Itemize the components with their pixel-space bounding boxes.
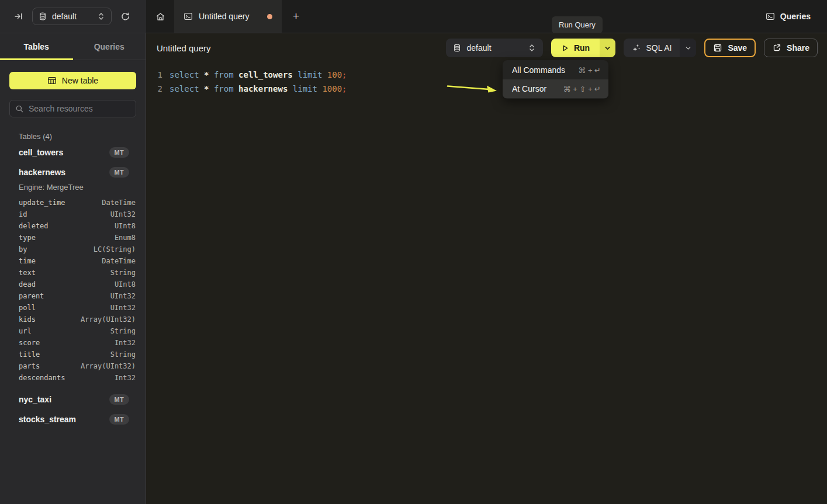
play-icon (560, 44, 569, 53)
new-table-label: New table (62, 76, 98, 85)
query-title: Untitled query (157, 43, 211, 53)
column-row[interactable]: by LC(String) (9, 244, 136, 255)
column-name: id (19, 208, 27, 220)
collapse-sidebar-icon (14, 12, 23, 21)
run-options-button[interactable] (600, 39, 615, 57)
run-split-button: Run (551, 39, 615, 57)
tab-strip-spacer (310, 0, 766, 33)
column-row[interactable]: parent UInt32 (9, 290, 136, 302)
column-row[interactable]: deleted UInt8 (9, 220, 136, 232)
table-row-hackernews[interactable]: hackernews MT (9, 162, 136, 182)
tab-home[interactable] (146, 0, 174, 33)
column-type: Int32 (115, 372, 136, 384)
run-menu-item-shortcut: ⌘ + ↵ (578, 66, 601, 75)
top-bar-left: default (0, 0, 146, 33)
chevron-down-icon (684, 44, 692, 52)
table-row-nyc-taxi[interactable]: nyc_taxi MT (9, 390, 136, 409)
column-row[interactable]: title String (9, 349, 136, 360)
search-resources-input[interactable] (29, 104, 134, 113)
save-button[interactable]: Save (704, 39, 756, 57)
column-row[interactable]: dead UInt8 (9, 279, 136, 290)
new-tab-button[interactable]: + (282, 0, 310, 33)
engine-badge: MT (109, 147, 129, 158)
column-name: url (19, 325, 32, 337)
column-type: Int32 (115, 337, 136, 349)
column-row[interactable]: time DateTime (9, 255, 136, 267)
sidebar-tab-queries[interactable]: Queries (73, 33, 146, 60)
column-row[interactable]: kids Array(UInt32) (9, 314, 136, 325)
refresh-button[interactable] (120, 12, 130, 22)
column-name: kids (19, 314, 36, 325)
column-row[interactable]: update_time DateTime (9, 197, 136, 208)
database-icon (453, 44, 461, 52)
column-name: descendants (19, 372, 65, 384)
sql-ai-button[interactable]: SQL AI (624, 39, 680, 57)
sidebar-content: New table Tables (4) cell_towers MT (0, 60, 146, 504)
column-type: UInt8 (115, 279, 136, 290)
database-selector-toolbar[interactable]: default (446, 39, 543, 57)
sidebar-tabs: Tables Queries (0, 33, 146, 60)
sql-console-window: default (0, 0, 827, 504)
run-button-label: Run (574, 43, 590, 53)
run-button[interactable]: Run (551, 39, 600, 57)
editor-code: select * from cell_towers limit 100;sele… (162, 68, 347, 504)
table-row-cell-towers[interactable]: cell_towers MT (9, 142, 136, 162)
column-name: by (19, 244, 27, 255)
run-menu-item[interactable]: At Cursor ⌘ + ⇧ + ↵ (503, 79, 608, 98)
column-type: UInt32 (110, 290, 136, 302)
tab-title: Untitled query (199, 12, 249, 21)
column-type: DateTime (102, 197, 136, 208)
tables-section-title: Tables (4) (19, 132, 136, 141)
save-button-label: Save (728, 43, 747, 53)
engine-badge: MT (109, 414, 129, 425)
column-row[interactable]: type Enum8 (9, 232, 136, 244)
column-type: Array(UInt32) (81, 360, 136, 372)
table-grid-icon (47, 76, 57, 85)
database-selector-top[interactable]: default (32, 8, 112, 25)
sql-editor[interactable]: 12 select * from cell_towers limit 100;s… (146, 62, 827, 504)
sql-ai-label: SQL AI (646, 43, 672, 53)
column-row[interactable]: id UInt32 (9, 208, 136, 220)
column-row[interactable]: poll UInt32 (9, 302, 136, 314)
table-row-stocks-stream[interactable]: stocks_stream MT (9, 409, 136, 429)
refresh-icon (120, 12, 130, 22)
sidebar: Tables Queries New table (0, 33, 146, 504)
share-button[interactable]: Share (764, 39, 818, 57)
share-icon (772, 43, 781, 53)
run-options-menu: All Commands ⌘ + ↵ At Cursor ⌘ + ⇧ + ↵ (503, 60, 608, 99)
share-button-label: Share (787, 43, 809, 53)
queries-button-label: Queries (780, 12, 811, 21)
sql-ai-options-button[interactable] (680, 39, 696, 57)
column-name: update_time (19, 197, 65, 208)
queries-button[interactable]: Queries (766, 12, 811, 21)
column-row[interactable]: parts Array(UInt32) (9, 360, 136, 372)
collapse-sidebar-button[interactable] (14, 12, 23, 21)
column-type: Enum8 (115, 232, 136, 244)
new-table-button[interactable]: New table (9, 72, 136, 89)
tab-untitled-query[interactable]: Untitled query (174, 0, 282, 33)
run-menu-item[interactable]: All Commands ⌘ + ↵ (503, 61, 608, 79)
unsaved-changes-dot (267, 14, 272, 19)
column-type: UInt32 (110, 302, 136, 314)
column-type: String (110, 267, 136, 279)
column-name: score (19, 337, 40, 349)
table-name: cell_towers (19, 148, 63, 157)
run-menu-item-label: All Commands (512, 65, 565, 75)
column-type: UInt32 (110, 208, 136, 220)
run-menu-item-shortcut: ⌘ + ⇧ + ↵ (563, 85, 601, 93)
sidebar-tab-tables[interactable]: Tables (0, 33, 73, 60)
tab-strip: Untitled query + Queries (146, 0, 827, 33)
chevron-up-down-icon (528, 43, 536, 53)
home-icon (155, 12, 165, 22)
queries-icon (766, 12, 775, 21)
column-row[interactable]: text String (9, 267, 136, 279)
code-line: select * from hackernews limit 1000; (169, 82, 347, 96)
engine-badge: MT (109, 394, 129, 405)
line-number: 2 (146, 82, 162, 96)
column-type: String (110, 349, 136, 360)
column-row[interactable]: score Int32 (9, 337, 136, 349)
column-row[interactable]: descendants Int32 (9, 372, 136, 384)
search-box (9, 100, 136, 117)
column-row[interactable]: url String (9, 325, 136, 337)
table-name: nyc_taxi (19, 395, 51, 404)
